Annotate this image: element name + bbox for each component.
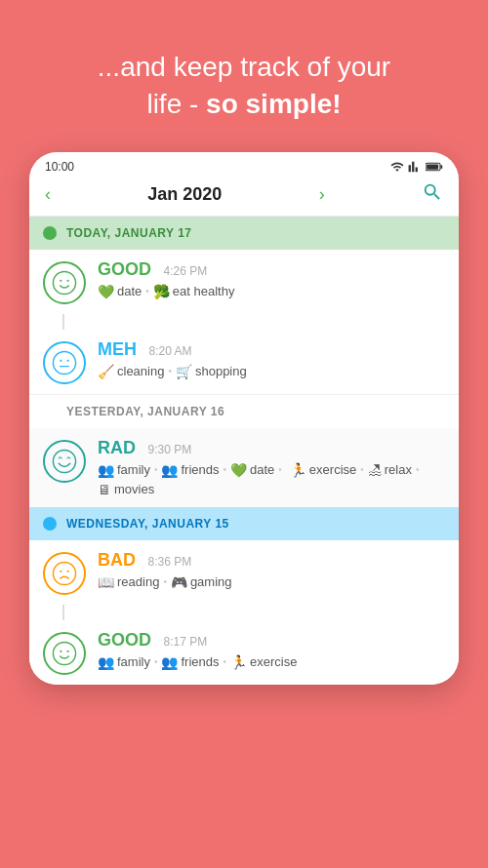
entry-mood-good: GOOD (98, 259, 151, 279)
next-month-button[interactable]: › (319, 184, 325, 205)
diary-content: TODAY, JANUARY 17 GOOD 4:26 PM 💚 date (29, 217, 459, 685)
day-header-today: TODAY, JANUARY 17 (29, 217, 459, 250)
entry-meh-today: MEH 8:20 AM 🧹 cleaning • 🛒 shopping (29, 330, 459, 394)
day-header-wednesday: WEDNESDAY, JANUARY 15 (29, 507, 459, 540)
svg-point-8 (67, 359, 69, 361)
svg-point-4 (60, 279, 61, 281)
svg-point-10 (53, 450, 75, 472)
search-button[interactable] (422, 181, 443, 208)
tag-eat-healthy: 🥦 eat healthy (153, 284, 235, 299)
entry-body-meh: MEH 8:20 AM 🧹 cleaning • 🛒 shopping (98, 339, 445, 379)
signal-icon (408, 160, 422, 174)
face-rad (52, 449, 77, 474)
svg-point-6 (53, 351, 75, 374)
entry-mood-rad: RAD (98, 438, 136, 457)
day-header-yesterday: YESTERDAY, JANUARY 16 (29, 394, 459, 428)
face-meh (52, 350, 77, 375)
status-time: 10:00 (45, 160, 74, 174)
entry-bad-wednesday: BAD 8:36 PM 📖 reading • 🎮 gaming (29, 540, 459, 605)
phone-mockup: 10:00 ‹ Jan 2020 › (29, 152, 459, 685)
wifi-icon (390, 160, 404, 174)
svg-point-7 (60, 359, 61, 361)
hero-line2: life - (146, 89, 206, 119)
entry-mood-meh: MEH (98, 339, 137, 359)
entry-tags-good: 💚 date • 🥦 eat healthy (98, 284, 445, 299)
entry-good-today: GOOD 4:26 PM 💚 date • 🥦 eat healthy (29, 250, 459, 314)
tag-shopping: 🛒 shopping (176, 364, 247, 379)
mood-icon-good-wed (43, 632, 86, 675)
mood-icon-meh (43, 341, 86, 384)
entry-tags-meh: 🧹 cleaning • 🛒 shopping (98, 364, 445, 379)
entry-good-wednesday: GOOD 8:17 PM 👥 family • 👥 friends • 🏃 (29, 620, 459, 685)
day-dot-wednesday (43, 517, 57, 531)
entry-time-good-wed: 8:17 PM (163, 635, 207, 649)
entry-body-good-today: GOOD 4:26 PM 💚 date • 🥦 eat healthy (98, 259, 445, 299)
svg-point-5 (67, 279, 69, 281)
entry-tags-rad: 👥 family • 👥 friends • 💚 date • (98, 462, 445, 497)
entry-body-good-wed: GOOD 8:17 PM 👥 family • 👥 friends • 🏃 (98, 630, 445, 670)
day-label-wednesday: WEDNESDAY, JANUARY 15 (66, 517, 229, 531)
entry-tags-bad: 📖 reading • 🎮 gaming (98, 574, 445, 590)
entry-tags-good-wed: 👥 family • 👥 friends • 🏃 exercise (98, 654, 445, 670)
entry-body-bad: BAD 8:36 PM 📖 reading • 🎮 gaming (98, 550, 445, 590)
tag-relax: 🏖 relax (368, 462, 412, 478)
svg-rect-2 (440, 165, 442, 169)
tag-exercise: 🏃 exercise (290, 462, 356, 478)
entry-rad-yesterday: RAD 9:30 PM 👥 family • 👥 friends • 💚 (29, 428, 459, 507)
status-bar: 10:00 (29, 152, 459, 178)
face-bad (52, 561, 77, 586)
svg-point-14 (53, 642, 75, 664)
tag-movies: 🖥 movies (98, 482, 154, 497)
hero-section: ...and keep track of your life - so simp… (0, 0, 488, 152)
connector-1 (62, 314, 64, 330)
tag-date: 💚 date (98, 284, 142, 299)
nav-bar: ‹ Jan 2020 › (29, 178, 459, 217)
mood-icon-rad (43, 440, 86, 483)
face-happy (52, 270, 77, 296)
mood-icon-bad (43, 552, 86, 595)
hero-bold: so simple! (206, 89, 341, 119)
entry-time-bad: 8:36 PM (147, 555, 191, 569)
tag-date-rad: 💚 date (230, 462, 274, 478)
svg-point-16 (67, 650, 69, 651)
connector-2 (62, 605, 64, 620)
tag-friends: 👥 friends (161, 462, 219, 478)
battery-icon (426, 161, 443, 173)
entry-time-good: 4:26 PM (163, 264, 207, 278)
tag-friends-wed: 👥 friends (161, 654, 219, 670)
prev-month-button[interactable]: ‹ (45, 184, 51, 205)
tag-family: 👥 family (98, 462, 150, 478)
entry-time-rad: 9:30 PM (147, 443, 191, 456)
svg-rect-1 (427, 164, 438, 169)
entry-body-rad: RAD 9:30 PM 👥 family • 👥 friends • 💚 (98, 438, 445, 497)
tag-family-wed: 👥 family (98, 654, 150, 670)
status-icons (390, 160, 443, 174)
tag-cleaning: 🧹 cleaning (98, 364, 164, 379)
svg-point-12 (60, 570, 61, 572)
entry-mood-good-wed: GOOD (98, 630, 151, 650)
hero-line1: ...and keep track of your (98, 52, 390, 82)
entry-time-meh: 8:20 AM (148, 344, 191, 358)
svg-point-11 (53, 562, 75, 584)
tag-exercise-wed: 🏃 exercise (230, 654, 297, 670)
svg-point-15 (60, 650, 61, 651)
face-happy-wed (52, 641, 77, 666)
search-icon (422, 181, 443, 203)
day-label-yesterday: YESTERDAY, JANUARY 16 (66, 405, 224, 418)
day-dot-today (43, 226, 57, 240)
tag-reading: 📖 reading (98, 574, 159, 590)
svg-point-13 (67, 570, 69, 572)
tag-gaming: 🎮 gaming (171, 574, 232, 590)
day-label-today: TODAY, JANUARY 17 (66, 226, 192, 240)
svg-point-3 (53, 271, 75, 294)
nav-month-title: Jan 2020 (147, 184, 222, 205)
mood-icon-good (43, 261, 86, 304)
entry-mood-bad: BAD (98, 550, 136, 570)
